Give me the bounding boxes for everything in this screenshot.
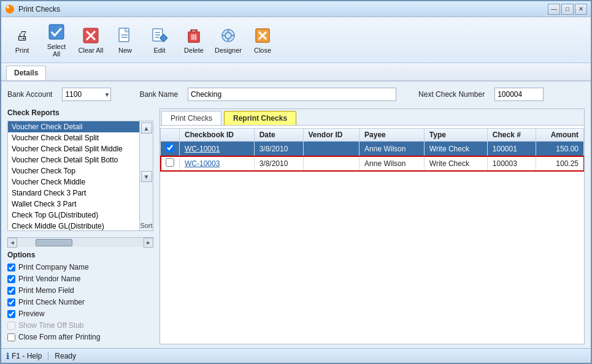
cell-payee-1: Anne Wilson [359,156,425,171]
sort-label: Sort [140,222,153,229]
maximize-button[interactable]: □ [561,4,574,15]
cell-vendor-id-1 [303,156,359,171]
tab-reprint-checks[interactable]: Reprint Checks [224,111,296,125]
checkbook-id-link-0[interactable]: WC-10001 [185,145,220,153]
report-item-3[interactable]: Voucher Check Detail Split Botto [8,154,139,165]
cell-type-1: Write Check [424,156,487,171]
edit-button[interactable]: Edit [144,23,175,56]
label-print-memo: Print Memo Field [18,286,74,295]
status-ready: Ready [55,352,76,360]
main-tab-bar: Details [1,63,591,82]
content-area: Bank Account 1100 ▼ Bank Name Next Check… [1,82,591,348]
reports-list[interactable]: Voucher Check Detail Voucher Check Detai… [8,121,139,230]
select-all-button[interactable]: Select All [40,20,72,60]
report-item-1[interactable]: Voucher Check Detail Split [8,132,139,143]
label-print-company: Print Company Name [18,263,89,271]
designer-icon [218,26,238,45]
report-item-2[interactable]: Voucher Check Detail Split Middle [8,143,139,154]
label-preview: Preview [18,309,45,318]
print-icon: 🖨 [12,26,32,45]
next-check-input[interactable] [494,88,544,101]
option-print-vendor: Print Vendor Name [7,275,153,283]
scroll-track[interactable] [17,238,144,247]
svg-point-0 [6,5,14,13]
label-close-form: Close Form after Printing [18,333,100,341]
checks-table: Checkbook ID Date Vendor ID Payee Type C… [160,128,584,171]
option-preview: Preview [7,309,153,318]
cell-amount-0: 150.00 [536,142,583,156]
check-reports-box: Voucher Check Detail Voucher Check Detai… [7,121,153,231]
table-container: Checkbook ID Date Vendor ID Payee Type C… [160,126,584,173]
next-check-label: Next Check Number [418,90,485,99]
options-title: Options [7,251,153,259]
close-icon [253,26,272,45]
left-panel: Check Reports Voucher Check Detail Vouch… [7,108,153,344]
main-content: Bank Account 1100 ▼ Bank Name Next Check… [1,82,591,348]
row-checkbox-1[interactable] [166,158,174,167]
print-button[interactable]: 🖨 Print [6,23,38,56]
checkbox-print-check-number[interactable] [7,298,15,306]
delete-icon [184,26,204,45]
checkbox-time-off-stub [7,322,15,330]
bank-name-label: Bank Name [139,90,178,99]
checkbox-print-company[interactable] [7,264,15,271]
checkbook-id-link-1[interactable]: WC-10003 [185,159,220,168]
scroll-down-btn[interactable]: ▼ [141,171,152,182]
report-item-0[interactable]: Voucher Check Detail [8,121,139,132]
cell-checkbook-id-0: WC-10001 [180,142,255,156]
option-print-memo: Print Memo Field [7,286,153,295]
bank-account-select-wrapper: 1100 ▼ [62,88,111,101]
report-item-4[interactable]: Voucher Check Top [8,165,139,176]
report-item-6[interactable]: Standard Check 3 Part [8,188,139,199]
option-print-check-number: Print Check Number [7,298,153,306]
bank-name-input[interactable] [188,88,396,101]
checkbox-print-memo[interactable] [7,287,15,295]
minimize-button[interactable]: — [548,4,560,15]
options-section: Options Print Company Name Print Vendor … [7,251,153,341]
table-header-row: Checkbook ID Date Vendor ID Payee Type C… [161,129,584,142]
close-window-button[interactable]: ✕ [575,4,587,15]
scroll-right-btn[interactable]: ► [144,238,153,248]
table-row[interactable]: WC-10003 3/8/2010 Anne Wilson Write Chec… [161,156,584,171]
check-reports-title: Check Reports [7,108,153,117]
label-print-check-number: Print Check Number [18,298,85,306]
close-button[interactable]: Close [247,23,279,56]
report-item-8[interactable]: Check Top GL(Distributed) [8,210,139,221]
bank-row: Bank Account 1100 ▼ Bank Name Next Check… [7,88,585,101]
tab-print-checks[interactable]: Print Checks [161,111,221,125]
app-icon [5,4,15,14]
cell-date-1: 3/8/2010 [254,156,303,171]
select-all-icon [47,22,66,42]
scroll-thumb[interactable] [36,239,72,246]
checkbox-preview[interactable] [7,310,15,318]
new-button[interactable]: New [109,23,141,56]
right-tabs: Print Checks Reprint Checks [160,109,584,126]
report-item-7[interactable]: Wallet Check 3 Part [8,199,139,210]
checkbox-close-form[interactable] [7,333,15,341]
cell-check-num-0: 100001 [487,142,536,156]
row-checkbox-cell-1 [161,156,180,171]
cell-date-0: 3/8/2010 [254,142,303,156]
option-time-off-stub: Show Time Off Stub [7,321,153,330]
two-panel: Check Reports Voucher Check Detail Vouch… [7,108,585,344]
svg-point-1 [7,6,9,9]
window-controls: — □ ✕ [548,4,587,15]
th-check-num: Check # [487,129,536,142]
designer-button[interactable]: Designer [212,23,244,56]
checkbox-print-vendor[interactable] [7,275,15,283]
tab-details[interactable]: Details [6,66,46,80]
title-bar: Print Checks — □ ✕ [1,1,591,17]
scroll-up-btn[interactable]: ▲ [141,123,152,134]
cell-amount-1: 100.25 [536,156,583,171]
row-checkbox-0[interactable] [166,143,174,152]
cell-vendor-id-0 [303,142,359,156]
delete-button[interactable]: Delete [178,23,210,56]
report-item-5[interactable]: Voucher Check Middle [8,176,139,188]
th-payee: Payee [359,129,425,142]
help-button[interactable]: ℹ F1 - Help [6,351,42,361]
clear-all-button[interactable]: Clear All [75,23,107,56]
report-item-9[interactable]: Check Middle GL(Distribute) [8,221,139,230]
table-row[interactable]: WC-10001 3/8/2010 Anne Wilson Write Chec… [161,142,584,156]
scroll-left-btn[interactable]: ◄ [7,238,17,248]
bank-account-select[interactable]: 1100 [62,88,111,101]
